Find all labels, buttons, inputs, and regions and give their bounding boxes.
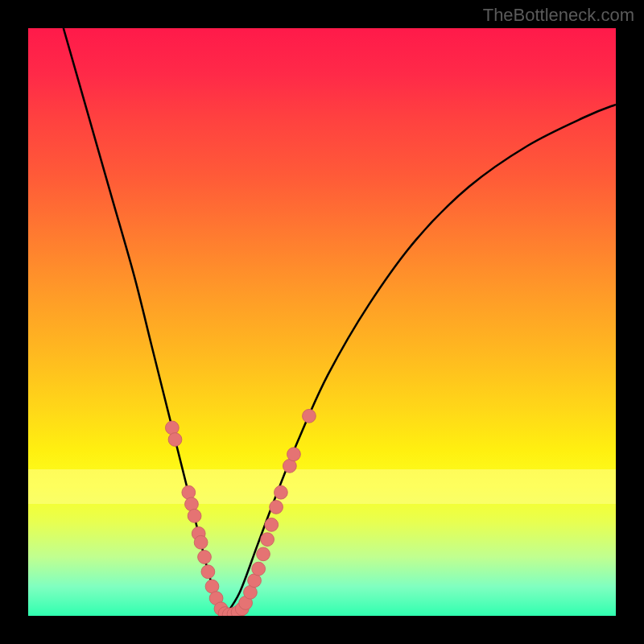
- data-marker: [182, 485, 196, 499]
- data-marker: [303, 409, 316, 423]
- data-marker: [270, 501, 283, 514]
- data-markers: [165, 409, 316, 616]
- data-marker: [252, 562, 266, 576]
- data-marker: [165, 421, 179, 435]
- data-marker: [185, 497, 199, 511]
- data-marker: [194, 535, 208, 549]
- data-marker: [287, 448, 301, 461]
- data-marker: [198, 551, 212, 564]
- curve-right: [225, 105, 616, 616]
- plot-area: [28, 28, 616, 616]
- watermark-text: TheBottleneck.com: [483, 5, 634, 26]
- data-marker: [257, 547, 270, 561]
- data-marker: [188, 510, 201, 523]
- data-marker: [261, 533, 275, 547]
- curve-layer: [28, 28, 616, 616]
- data-marker: [265, 518, 279, 531]
- chart-container: TheBottleneck.com: [0, 0, 644, 644]
- data-marker: [201, 565, 215, 579]
- data-marker: [275, 485, 288, 499]
- data-marker: [168, 433, 182, 447]
